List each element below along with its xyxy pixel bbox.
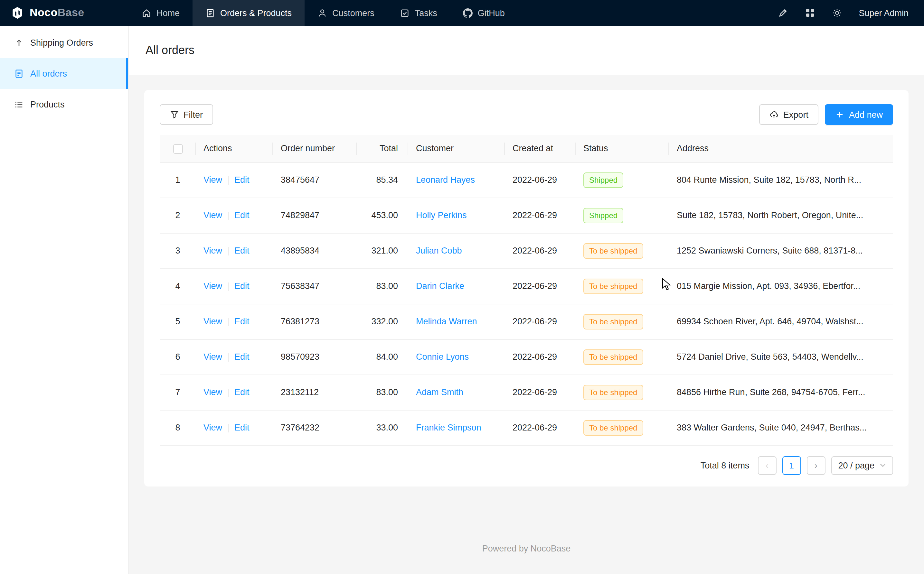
nav-item-tasks[interactable]: Tasks xyxy=(387,0,450,26)
nav-item-customers[interactable]: Customers xyxy=(305,0,387,26)
pagination-prev-button[interactable]: ‹ xyxy=(758,456,776,475)
view-link[interactable]: View xyxy=(204,282,222,291)
customer-link[interactable]: Leonard Hayes xyxy=(416,175,475,185)
nav-item-orders-products[interactable]: Orders & Products xyxy=(193,0,305,26)
user-menu[interactable]: Super Admin xyxy=(859,8,908,18)
customer-cell: Adam Smith xyxy=(408,375,505,410)
status-cell: Shipped xyxy=(576,198,669,233)
orders-products-icon xyxy=(205,8,215,18)
customer-link[interactable]: Adam Smith xyxy=(416,388,463,397)
status-badge: To be shipped xyxy=(583,243,643,259)
view-link[interactable]: View xyxy=(204,388,222,397)
customer-cell: Leonard Hayes xyxy=(408,162,505,198)
view-link[interactable]: View xyxy=(204,317,222,326)
total-cell: 84.00 xyxy=(357,339,408,375)
actions-cell: ViewEdit xyxy=(196,304,273,339)
nav-item-label: Home xyxy=(156,8,180,18)
nav-item-label: Tasks xyxy=(415,8,437,18)
nav-item-github[interactable]: GitHub xyxy=(450,0,518,26)
edit-link[interactable]: Edit xyxy=(234,246,250,256)
row-index-cell: 1 xyxy=(160,162,196,198)
orders-card: Filter Export Add new xyxy=(144,90,908,486)
order-number-cell: 75638347 xyxy=(273,269,357,304)
sidebar-item-shipping-orders[interactable]: Shipping Orders xyxy=(0,27,128,58)
sidebar-item-all-orders[interactable]: All orders xyxy=(0,58,128,89)
table-row: 5ViewEdit76381273332.00Melinda Warren202… xyxy=(160,304,893,339)
add-new-button[interactable]: Add new xyxy=(825,104,893,125)
actions-cell: ViewEdit xyxy=(196,410,273,446)
actions-cell: ViewEdit xyxy=(196,269,273,304)
tasks-icon xyxy=(400,8,410,18)
created-at-cell: 2022-06-29 xyxy=(505,410,576,446)
status-cell: Shipped xyxy=(576,162,669,198)
settings-gear-icon[interactable] xyxy=(832,8,842,18)
status-badge: To be shipped xyxy=(583,279,643,294)
customer-link[interactable]: Julian Cobb xyxy=(416,246,462,256)
customer-link[interactable]: Frankie Simpson xyxy=(416,423,481,433)
edit-link[interactable]: Edit xyxy=(234,423,250,433)
table-row: 8ViewEdit7376423233.00Frankie Simpson202… xyxy=(160,410,893,446)
address-cell: 5724 Daniel Drive, Suite 563, 54403, Wen… xyxy=(669,339,893,375)
order-number-cell: 43895834 xyxy=(273,233,357,269)
view-link[interactable]: View xyxy=(204,352,222,362)
address-cell: 804 Runte Mission, Suite 182, 15783, Nor… xyxy=(669,162,893,198)
created-at-cell: 2022-06-29 xyxy=(505,304,576,339)
toolbar: Filter Export Add new xyxy=(160,104,893,125)
order-number-cell: 98570923 xyxy=(273,339,357,375)
order-number-cell: 23132112 xyxy=(273,375,357,410)
select-all-checkbox[interactable] xyxy=(173,144,183,154)
edit-link[interactable]: Edit xyxy=(234,388,250,397)
plus-icon xyxy=(836,110,845,119)
plugins-grid-icon[interactable] xyxy=(804,8,815,18)
total-cell: 332.00 xyxy=(357,304,408,339)
edit-link[interactable]: Edit xyxy=(234,352,250,362)
created-at-cell: 2022-06-29 xyxy=(505,375,576,410)
filter-button[interactable]: Filter xyxy=(160,104,213,125)
view-link[interactable]: View xyxy=(204,423,222,433)
table-row: 2ViewEdit74829847453.00Holly Perkins2022… xyxy=(160,198,893,233)
column-header-customer: Customer xyxy=(408,135,505,162)
action-divider xyxy=(228,177,229,185)
view-link[interactable]: View xyxy=(204,246,222,256)
edit-link[interactable]: Edit xyxy=(234,317,250,326)
sidebar-item-products[interactable]: Products xyxy=(0,89,128,120)
customer-link[interactable]: Connie Lyons xyxy=(416,352,469,362)
row-index-cell: 8 xyxy=(160,410,196,446)
nav-item-label: Customers xyxy=(332,8,374,18)
edit-link[interactable]: Edit xyxy=(234,211,250,221)
actions-cell: ViewEdit xyxy=(196,233,273,269)
edit-link[interactable]: Edit xyxy=(234,282,250,291)
table-row: 3ViewEdit43895834321.00Julian Cobb2022-0… xyxy=(160,233,893,269)
customer-cell: Darin Clarke xyxy=(408,269,505,304)
nav-item-home[interactable]: Home xyxy=(129,0,193,26)
status-cell: To be shipped xyxy=(576,304,669,339)
customer-link[interactable]: Melinda Warren xyxy=(416,317,477,326)
nocobase-logo[interactable]: NocoBase xyxy=(0,6,129,20)
action-divider xyxy=(228,318,229,326)
view-link[interactable]: View xyxy=(204,175,222,185)
view-link[interactable]: View xyxy=(204,211,222,221)
customer-link[interactable]: Darin Clarke xyxy=(416,282,464,291)
page-size-select[interactable]: 20 / page xyxy=(831,456,893,475)
address-cell: 1252 Swaniawski Corners, Suite 688, 8137… xyxy=(669,233,893,269)
export-button[interactable]: Export xyxy=(760,104,819,125)
customers-icon xyxy=(317,8,327,18)
nav-item-label: GitHub xyxy=(478,8,505,18)
edit-link[interactable]: Edit xyxy=(234,175,250,185)
status-cell: To be shipped xyxy=(576,233,669,269)
row-index-cell: 3 xyxy=(160,233,196,269)
action-divider xyxy=(228,212,229,221)
column-header-status: Status xyxy=(576,135,669,162)
customer-link[interactable]: Holly Perkins xyxy=(416,211,467,221)
pagination-page-1[interactable]: 1 xyxy=(782,456,801,475)
customer-cell: Melinda Warren xyxy=(408,304,505,339)
table-row: 4ViewEdit7563834783.00Darin Clarke2022-0… xyxy=(160,269,893,304)
action-divider xyxy=(228,283,229,291)
ui-editor-pen-icon[interactable] xyxy=(777,8,788,18)
pagination-next-button[interactable]: › xyxy=(807,456,825,475)
action-divider xyxy=(228,389,229,397)
action-divider xyxy=(228,424,229,433)
column-header-order-number: Order number xyxy=(273,135,357,162)
sidebar: Shipping Orders All orders Products xyxy=(0,26,129,574)
customer-cell: Holly Perkins xyxy=(408,198,505,233)
